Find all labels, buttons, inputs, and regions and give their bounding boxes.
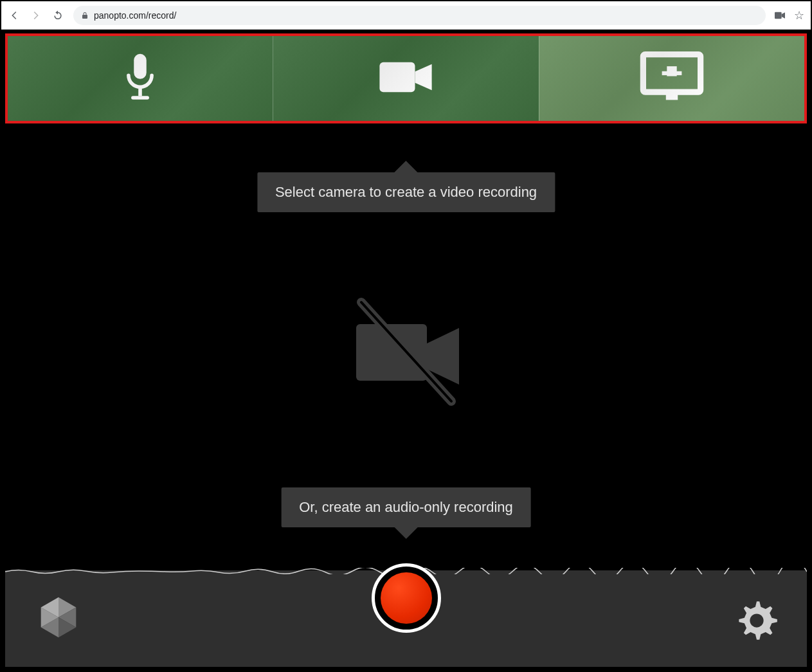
address-bar[interactable]: panopto.com/record/ <box>73 6 766 25</box>
microphone-icon <box>122 52 159 105</box>
toolbar-microphone-button[interactable] <box>8 36 273 121</box>
camera-off-icon <box>342 293 471 409</box>
reload-button[interactable] <box>51 9 64 22</box>
settings-button[interactable] <box>735 599 779 642</box>
svg-rect-1 <box>134 54 147 79</box>
svg-rect-2 <box>138 87 142 96</box>
back-button[interactable] <box>8 9 21 22</box>
lock-icon <box>81 12 89 19</box>
svg-rect-3 <box>131 96 149 100</box>
url-text: panopto.com/record/ <box>94 10 176 21</box>
tooltip-text: Or, create an audio-only recording <box>299 499 513 515</box>
record-button[interactable] <box>372 563 441 633</box>
svg-point-13 <box>750 613 763 627</box>
source-toolbar <box>5 33 807 123</box>
svg-rect-0 <box>775 12 782 19</box>
svg-rect-8 <box>662 71 681 75</box>
camera-hint-tooltip: Select camera to create a video recordin… <box>257 172 555 212</box>
camera-extension-icon[interactable] <box>775 11 785 20</box>
toolbar-camera-button[interactable] <box>273 36 538 121</box>
preview-stage: Select camera to create a video recordin… <box>5 126 807 667</box>
record-icon <box>381 572 432 624</box>
svg-rect-6 <box>666 92 678 100</box>
browser-chrome: panopto.com/record/ ☆ <box>1 1 811 30</box>
audio-hint-tooltip: Or, create an audio-only recording <box>281 487 531 527</box>
toolbar-screen-button[interactable] <box>539 36 804 121</box>
camera-icon <box>377 59 434 98</box>
forward-button[interactable] <box>30 9 42 22</box>
bookmark-star-icon[interactable]: ☆ <box>794 8 804 23</box>
panopto-logo-icon <box>33 592 84 642</box>
tooltip-text: Select camera to create a video recordin… <box>275 184 537 200</box>
recorder-app: Select camera to create a video recordin… <box>1 30 811 671</box>
screen-share-icon <box>640 51 704 105</box>
svg-rect-4 <box>380 62 415 92</box>
